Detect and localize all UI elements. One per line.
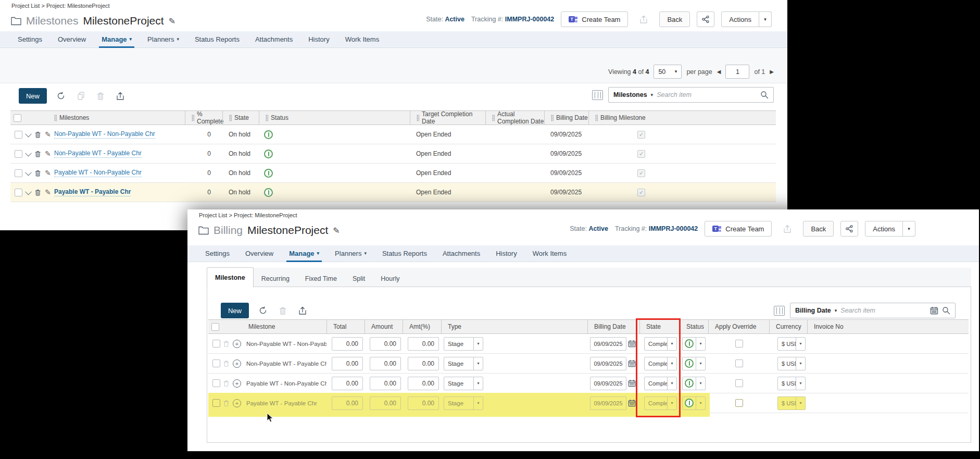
chevron-down-icon[interactable] xyxy=(25,188,32,195)
amount-input[interactable]: 0.00 xyxy=(370,337,401,351)
type-select[interactable]: Stage▾ xyxy=(444,396,483,410)
col-header-invoice-no[interactable]: Invoice No xyxy=(807,320,969,333)
dropdown-arrow-icon[interactable]: ▾ xyxy=(473,397,483,410)
search-filter-select[interactable]: Billing Date xyxy=(795,307,831,314)
billing-milestone-checkbox[interactable]: ✓ xyxy=(637,169,645,177)
col-header-total[interactable]: Total xyxy=(326,320,365,333)
tab-history[interactable]: History xyxy=(308,31,329,47)
col-header-state[interactable]: State xyxy=(639,320,680,333)
drag-handle-icon[interactable] xyxy=(192,115,194,121)
tab-work-items[interactable]: Work Items xyxy=(533,245,567,262)
export-icon-button[interactable] xyxy=(635,11,652,27)
tab-status-reports[interactable]: Status Reports xyxy=(382,245,427,262)
billing-date-input[interactable]: 09/09/2025 xyxy=(590,337,626,351)
currency-select[interactable]: $ USD▾ xyxy=(777,357,806,370)
calendar-icon[interactable] xyxy=(628,399,636,407)
add-icon[interactable]: + xyxy=(233,359,241,368)
delete-row-icon[interactable] xyxy=(34,150,41,158)
currency-select[interactable]: $ USD▾ xyxy=(777,337,806,351)
billing-date-input[interactable]: 09/09/2025 xyxy=(590,377,626,390)
tab-overview[interactable]: Overview xyxy=(58,31,86,47)
drag-handle-icon[interactable] xyxy=(229,115,232,121)
state-select[interactable]: Comple...▾ xyxy=(644,377,677,390)
billing-milestone-checkbox[interactable]: ✓ xyxy=(637,150,645,158)
milestone-link[interactable]: Payable WT - Non-Payable Chr xyxy=(54,169,142,177)
refresh-icon[interactable] xyxy=(55,90,67,102)
col-header-apply-override[interactable]: Apply Override xyxy=(708,320,769,333)
share-icon-button[interactable] xyxy=(840,221,858,237)
col-header-target-completion[interactable]: Target Completion Date xyxy=(410,111,485,125)
type-select[interactable]: Stage▾ xyxy=(444,377,483,390)
subtab-fixed-time[interactable]: Fixed Time xyxy=(297,271,345,287)
col-header-pct-complete[interactable]: % Complete xyxy=(185,111,222,125)
tab-planners[interactable]: Planners▾ xyxy=(335,245,367,262)
search-input[interactable]: Search item xyxy=(657,91,757,98)
search-icon[interactable] xyxy=(760,91,769,99)
total-input[interactable]: 0.00 xyxy=(332,377,363,390)
apply-override-checkbox[interactable] xyxy=(735,379,743,387)
milestone-link[interactable]: Payable WT - Payable Chr xyxy=(54,188,131,196)
total-input[interactable]: 0.00 xyxy=(332,357,363,370)
col-header-state[interactable]: State xyxy=(222,111,259,125)
row-checkbox[interactable] xyxy=(15,150,22,158)
search-icon[interactable] xyxy=(942,306,950,315)
tab-manage[interactable]: Manage▾ xyxy=(102,31,132,47)
column-settings-icon[interactable] xyxy=(774,306,785,316)
dropdown-arrow-icon[interactable]: ▾ xyxy=(667,397,676,410)
col-header-billing-date[interactable]: Billing Date xyxy=(587,320,639,333)
drag-handle-icon[interactable] xyxy=(551,115,554,121)
search-filter-select[interactable]: Milestones xyxy=(613,91,647,98)
edit-row-icon[interactable]: ✎ xyxy=(45,188,51,196)
add-icon[interactable]: + xyxy=(233,340,241,348)
back-button[interactable]: Back xyxy=(803,221,834,237)
tab-settings[interactable]: Settings xyxy=(18,31,42,47)
breadcrumb[interactable]: Project List > Project: MilestoneProject xyxy=(11,3,110,9)
subtab-hourly[interactable]: Hourly xyxy=(373,271,407,287)
col-header-status[interactable]: Status xyxy=(259,111,410,125)
dropdown-arrow-icon[interactable]: ▾ xyxy=(667,338,676,350)
actions-button[interactable]: Actions xyxy=(865,221,903,237)
col-header-type[interactable]: Type xyxy=(441,320,587,333)
currency-select[interactable]: $ USD▾ xyxy=(777,396,806,410)
col-header-billing-date[interactable]: Billing Date xyxy=(544,111,588,125)
total-input[interactable]: 0.00 xyxy=(332,337,363,351)
tab-status-reports[interactable]: Status Reports xyxy=(195,31,240,47)
status-select[interactable]: ▾ xyxy=(682,337,706,351)
tab-planners[interactable]: Planners▾ xyxy=(147,31,179,47)
amt-pct-input[interactable]: 0.00 xyxy=(408,337,439,351)
delete-icon[interactable] xyxy=(277,305,288,316)
prev-page-icon[interactable]: ◀ xyxy=(717,69,721,75)
tab-attachments[interactable]: Attachments xyxy=(443,245,480,262)
amt-pct-input[interactable]: 0.00 xyxy=(408,377,439,390)
type-select[interactable]: Stage▾ xyxy=(444,357,483,370)
edit-title-icon[interactable]: ✎ xyxy=(333,226,340,235)
export-icon-button[interactable] xyxy=(778,221,796,237)
delete-row-icon[interactable] xyxy=(223,400,230,407)
copy-icon[interactable] xyxy=(75,90,86,102)
actions-dropdown-arrow[interactable]: ▾ xyxy=(903,221,915,237)
amount-input[interactable]: 0.00 xyxy=(370,377,401,390)
currency-select[interactable]: $ USD▾ xyxy=(777,377,806,390)
row-checkbox[interactable] xyxy=(212,359,220,367)
subtab-split[interactable]: Split xyxy=(345,271,373,287)
select-all-checkbox[interactable] xyxy=(14,114,21,122)
dropdown-arrow-icon[interactable]: ▾ xyxy=(796,397,805,410)
col-header-actual-completion[interactable]: Actual Completion Date xyxy=(485,111,544,125)
row-checkbox[interactable] xyxy=(212,379,220,387)
tab-manage[interactable]: Manage▾ xyxy=(289,245,319,262)
dropdown-arrow-icon[interactable]: ▾ xyxy=(796,338,805,350)
col-header-milestones[interactable]: Milestones xyxy=(51,111,185,125)
chevron-down-icon[interactable] xyxy=(25,169,32,176)
edit-row-icon[interactable]: ✎ xyxy=(45,150,51,158)
subtab-milestone[interactable]: Milestone xyxy=(207,267,254,287)
drag-handle-icon[interactable] xyxy=(492,115,495,121)
amount-input[interactable]: 0.00 xyxy=(370,357,401,370)
state-select[interactable]: Comple...▾ xyxy=(644,357,677,370)
tab-work-items[interactable]: Work Items xyxy=(345,31,380,47)
add-icon[interactable]: + xyxy=(233,399,241,407)
chevron-down-icon[interactable] xyxy=(25,130,32,137)
billing-milestone-checkbox[interactable]: ✓ xyxy=(637,189,645,196)
create-team-button[interactable]: T Create Team xyxy=(705,221,772,237)
subtab-recurring[interactable]: Recurring xyxy=(254,271,297,287)
billing-milestone-checkbox[interactable]: ✓ xyxy=(637,131,645,139)
